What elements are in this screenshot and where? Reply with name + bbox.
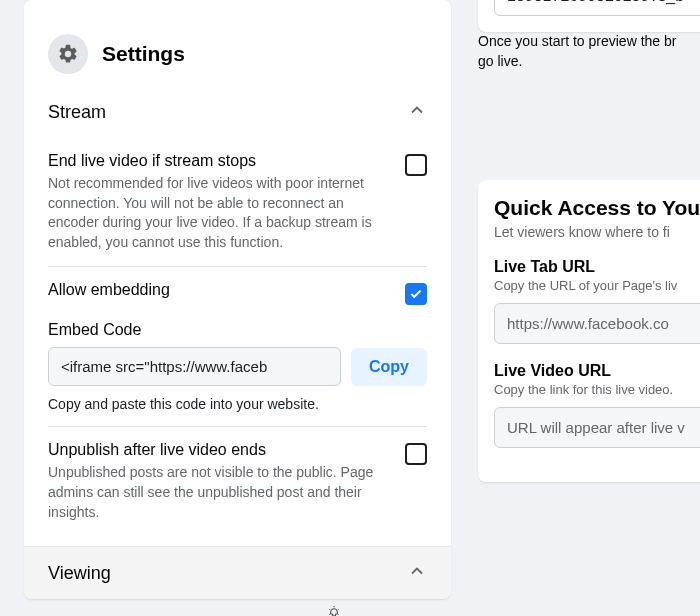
chevron-up-icon <box>407 561 427 585</box>
setting-label: End live video if stream stops <box>48 152 393 170</box>
setting-unpublish: Unpublish after live video ends Unpublis… <box>48 427 427 546</box>
setting-label: Allow embedding <box>48 281 170 299</box>
unpublish-checkbox[interactable] <box>405 443 427 465</box>
copy-button[interactable]: Copy <box>351 348 427 386</box>
section-header-stream[interactable]: Stream <box>24 86 451 138</box>
live-video-url-desc: Copy the link for this live video. <box>494 382 700 397</box>
chevron-up-icon <box>407 100 427 124</box>
settings-title: Settings <box>102 42 185 66</box>
embed-code-input[interactable] <box>48 347 341 386</box>
setting-label: Unpublish after live video ends <box>48 441 393 459</box>
cursor-icon <box>326 604 342 616</box>
section-header-viewing[interactable]: Viewing <box>24 546 451 599</box>
settings-card: Settings Stream End live video if stream… <box>24 0 451 599</box>
end-live-checkbox[interactable] <box>405 154 427 176</box>
section-title: Stream <box>48 102 106 123</box>
live-tab-url-input[interactable] <box>494 303 700 344</box>
quick-access-subtitle: Let viewers know where to fi <box>494 224 700 240</box>
section-title: Viewing <box>48 563 111 584</box>
settings-header: Settings <box>24 16 451 86</box>
quick-access-title: Quick Access to You <box>494 196 700 220</box>
setting-end-live: End live video if stream stops Not recom… <box>48 138 427 267</box>
stream-id-input[interactable] <box>494 0 700 16</box>
live-video-url-label: Live Video URL <box>494 362 700 380</box>
quick-access-card: Quick Access to You Let viewers know whe… <box>478 180 700 482</box>
top-url-card <box>478 0 700 32</box>
setting-description: Unpublished posts are not visible to the… <box>48 463 393 522</box>
gear-icon <box>48 34 88 74</box>
live-tab-url-desc: Copy the URL of your Page's liv <box>494 278 700 293</box>
allow-embedding-checkbox[interactable] <box>405 283 427 305</box>
live-video-url-input[interactable] <box>494 407 700 448</box>
setting-description: Not recommended for live videos with poo… <box>48 174 393 252</box>
setting-allow-embedding: Allow embedding Embed Code Copy Copy and… <box>48 267 427 427</box>
embed-code-hint: Copy and paste this code into your websi… <box>48 396 427 412</box>
live-tab-url-label: Live Tab URL <box>494 258 700 276</box>
preview-hint-text: Once you start to preview the br go live… <box>478 32 676 71</box>
embed-code-label: Embed Code <box>48 321 427 339</box>
